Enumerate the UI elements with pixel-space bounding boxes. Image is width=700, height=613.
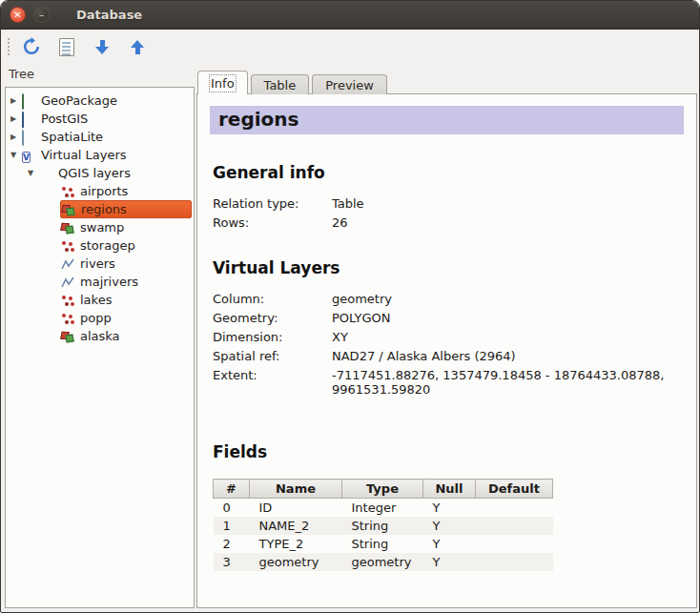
- expander-expanded-icon[interactable]: ▼: [10, 151, 22, 159]
- window-title: Database: [76, 8, 142, 22]
- tree-item-spatialite[interactable]: ▶ SpatiaLite: [6, 128, 194, 146]
- tree-item-regions[interactable]: regions: [6, 200, 194, 218]
- sql-window-button[interactable]: [51, 33, 83, 60]
- export-arrow-up-icon: [131, 40, 144, 54]
- fields-table-body: 0 ID Integer Y 1 NAME_2 String Y: [214, 499, 553, 572]
- column-header[interactable]: Type: [342, 480, 423, 499]
- table-row[interactable]: 0 ID Integer Y: [214, 499, 553, 518]
- cell-null: Y: [423, 517, 476, 535]
- tree-item-qgis-layers[interactable]: ▼ QGIS layers: [6, 164, 194, 182]
- tree-item-label: swamp: [80, 220, 124, 235]
- tree-item-popp[interactable]: popp: [6, 309, 194, 327]
- fields-table: #NameTypeNullDefault 0 ID Integer Y: [213, 479, 553, 571]
- postgis-icon: [22, 112, 35, 126]
- tree-item-majrivers[interactable]: majrivers: [6, 273, 194, 291]
- toolbar-grip[interactable]: [7, 37, 10, 56]
- info-label: Extent:: [213, 368, 332, 397]
- tree-item-label: Virtual Layers: [41, 148, 127, 162]
- cell-null: Y: [423, 553, 476, 571]
- info-value: geometry: [332, 292, 684, 306]
- cell-index: 2: [214, 535, 250, 553]
- cell-name: NAME_2: [250, 517, 342, 535]
- table-row[interactable]: 2 TYPE_2 String Y: [214, 535, 553, 553]
- cell-name: TYPE_2: [250, 535, 342, 553]
- toolbar: [1, 31, 699, 63]
- tab-label: Preview: [325, 78, 374, 92]
- export-layer-button[interactable]: [121, 33, 154, 60]
- cell-index: 1: [214, 517, 250, 535]
- titlebar[interactable]: ✕ – Database: [1, 1, 699, 30]
- cell-type: geometry: [342, 553, 423, 571]
- tree-item-swamp[interactable]: swamp: [6, 218, 194, 236]
- virtual-layers-icon: V: [22, 149, 35, 162]
- cell-name: geometry: [250, 553, 342, 571]
- close-button[interactable]: ✕: [10, 7, 26, 23]
- expander-collapsed-icon[interactable]: ▶: [10, 96, 22, 105]
- info-label: Relation type:: [213, 196, 332, 211]
- info-label: Spatial ref:: [213, 349, 332, 363]
- section-heading-fields: Fields: [213, 442, 684, 461]
- info-label: Dimension:: [213, 330, 332, 344]
- virtual-layers-rows: Column: geometry Geometry: POLYGON Dimen…: [213, 292, 684, 397]
- minimize-icon: –: [39, 10, 44, 20]
- tree-item-label: QGIS layers: [58, 166, 131, 180]
- tree-item-virtual-layers[interactable]: ▼ V Virtual Layers: [6, 146, 194, 164]
- tree-item-alaska[interactable]: alaska: [6, 327, 194, 345]
- sql-window-icon: [59, 38, 74, 56]
- tree-item-label: storagep: [80, 238, 135, 253]
- tree-item-geopackage[interactable]: ▶ GeoPackage: [6, 92, 194, 110]
- tree-item-label: GeoPackage: [41, 93, 117, 108]
- column-header[interactable]: Default: [476, 480, 553, 499]
- tree-item-lakes[interactable]: lakes: [6, 291, 194, 309]
- tree-item-postgis[interactable]: ▶ PostGIS: [6, 110, 194, 128]
- table-row[interactable]: 3 geometry geometry Y: [214, 553, 553, 571]
- info-value: Table: [332, 196, 684, 211]
- cell-name: ID: [250, 499, 342, 518]
- refresh-icon: [22, 37, 41, 56]
- section-heading-virtual-layers: Virtual Layers: [213, 258, 684, 277]
- point-layer-icon: [61, 312, 74, 325]
- table-row[interactable]: 1 NAME_2 String Y: [214, 517, 553, 535]
- tree-item-label: airports: [80, 184, 128, 198]
- expander-expanded-icon[interactable]: ▼: [28, 169, 39, 177]
- layer-title-banner: regions: [210, 106, 684, 134]
- geopackage-icon: [22, 94, 35, 108]
- refresh-button[interactable]: [15, 33, 48, 60]
- column-header[interactable]: #: [214, 480, 250, 499]
- tab-table[interactable]: Table: [251, 74, 310, 94]
- polygon-layer-icon: [62, 203, 75, 216]
- info-value: -7117451.88276, 1357479.18458 - 18764433…: [332, 368, 684, 397]
- tree-item-rivers[interactable]: rivers: [6, 255, 194, 273]
- section-heading-general-info: General info: [213, 163, 684, 182]
- info-label: Geometry:: [213, 311, 332, 325]
- info-label: Rows:: [213, 215, 332, 230]
- database-window: ✕ – Database Tree ▶ GeoPackage: [0, 0, 700, 613]
- tree-item-label: majrivers: [80, 275, 138, 289]
- tree-item-label: rivers: [80, 256, 115, 271]
- cell-type: Integer: [342, 499, 423, 518]
- tree-caption: Tree: [9, 67, 34, 81]
- tree-item-label: lakes: [80, 293, 112, 307]
- column-header[interactable]: Null: [423, 480, 476, 499]
- cell-index: 0: [214, 499, 250, 518]
- spatialite-icon: [22, 131, 35, 144]
- expander-collapsed-icon[interactable]: ▶: [10, 133, 22, 141]
- close-icon: ✕: [13, 10, 21, 20]
- import-layer-button[interactable]: [86, 33, 118, 60]
- point-layer-icon: [61, 185, 74, 198]
- info-value: POLYGON: [332, 311, 684, 325]
- tree-item-storagep[interactable]: storagep: [6, 236, 194, 255]
- expander-collapsed-icon[interactable]: ▶: [10, 114, 22, 123]
- tree-item-label: regions: [81, 202, 127, 216]
- tab-info[interactable]: Info: [197, 71, 248, 94]
- tree-panel: ▶ GeoPackage ▶ PostGIS ▶ SpatiaLite ▼ V …: [5, 87, 195, 608]
- minimize-button[interactable]: –: [33, 7, 50, 23]
- info-panel: regions General info Relation type: Tabl…: [196, 93, 697, 608]
- cell-type: String: [342, 517, 423, 535]
- tree-item-airports[interactable]: airports: [6, 182, 194, 200]
- info-value: XY: [332, 330, 684, 344]
- tab-bar: Info Table Preview: [197, 71, 390, 94]
- general-info-rows: Relation type: Table Rows: 26: [213, 196, 684, 230]
- column-header[interactable]: Name: [250, 480, 342, 499]
- tab-preview[interactable]: Preview: [312, 74, 387, 94]
